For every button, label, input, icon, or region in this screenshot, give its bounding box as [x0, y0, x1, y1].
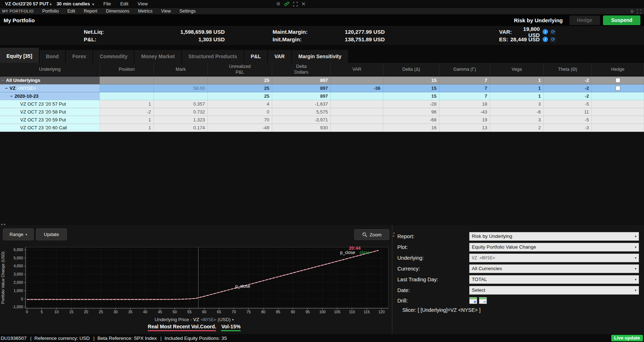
- column-header-vega[interactable]: Vega: [490, 63, 544, 76]
- maint-margin-label: Maint.Margin:: [273, 29, 308, 35]
- column-header-delta[interactable]: Delta (Δ): [383, 63, 439, 76]
- tab-margin-sensitivity[interactable]: Margin Sensitivity: [292, 50, 348, 63]
- column-header-underlying[interactable]: Underlying: [0, 63, 100, 76]
- menubar-item-report[interactable]: Report: [84, 9, 97, 14]
- status-divider: |: [93, 336, 95, 341]
- row-exchange-text: <NYSE>: [18, 86, 36, 91]
- menubar-item-dimensions[interactable]: Dimensions: [106, 9, 129, 14]
- status-included-equity-positions: Included Equity Positions: 35: [165, 336, 227, 341]
- field-select-underlying[interactable]: VZ <NYSE>▾: [469, 254, 639, 262]
- field-select-report[interactable]: Risk by Underlying▾: [469, 232, 639, 241]
- column-header-position[interactable]: Position: [100, 63, 154, 76]
- field-label: Report:: [397, 234, 469, 239]
- column-header-hedge[interactable]: Hedge: [592, 63, 644, 76]
- hedge-checkbox[interactable]: [616, 78, 620, 83]
- field-value: Select: [472, 287, 635, 293]
- tab-forex[interactable]: Forex: [66, 50, 92, 63]
- magnifier-icon: [362, 232, 367, 237]
- gear-icon[interactable]: ⚙: [630, 9, 634, 14]
- candle-interval-selector[interactable]: 30 min candles ▾: [56, 1, 94, 6]
- row-label-text: VZ OCT 23 '20 58 Put: [20, 109, 66, 115]
- menubar-items: PortfolioEditReportDimensionsMetricsView…: [34, 9, 196, 14]
- menu-edit[interactable]: Edit: [120, 1, 128, 6]
- netliq-label: Net.Liq:: [84, 29, 104, 35]
- drill-up-icon[interactable]: −: [479, 297, 487, 304]
- panel-field-last-trading-day: Last Trading Day:TOTAL▾: [397, 275, 639, 284]
- field-select-plot[interactable]: Equity Portfolio Value Change▾: [469, 243, 639, 251]
- chart-window-title[interactable]: VZ Oct23'20 57 PUT▾: [5, 1, 51, 6]
- drill-down-icon[interactable]: +: [469, 297, 477, 304]
- menubar-item-edit[interactable]: Edit: [67, 9, 75, 14]
- cell-gamma: -43: [439, 108, 490, 116]
- hedge-button[interactable]: Hedge: [569, 15, 600, 25]
- status-reference-currency: Reference currency: USD: [35, 336, 90, 341]
- drill-row: Drill: + −: [397, 297, 489, 304]
- refresh-icon[interactable]: ⟳: [550, 29, 556, 35]
- menubar-item-settings[interactable]: Settings: [179, 9, 196, 14]
- panel-field-report: Report:Risk by Underlying▾: [397, 232, 639, 241]
- tab-commodity[interactable]: Commodity: [93, 50, 134, 63]
- zoom-button[interactable]: Zoom: [354, 229, 389, 240]
- menubar-item-metrics[interactable]: Metrics: [138, 9, 152, 14]
- table-row-vz-oct-23-20-58-put[interactable]: VZ OCT 23 '20 58 Put-20.73205,57596-43-6…: [0, 108, 644, 116]
- account-id: DU1936507: [1, 336, 27, 341]
- x-axis-series-selector[interactable]: Underlying Price - VZ <NYSE> (USD) ▾: [0, 317, 388, 322]
- tab-money-market[interactable]: Money Market: [134, 50, 181, 63]
- column-header-var[interactable]: VAR: [331, 63, 383, 76]
- fullscreen-icon[interactable]: [293, 2, 298, 6]
- x-tick-label: 20: [84, 310, 88, 314]
- collapse-expander-icon[interactable]: −: [10, 93, 13, 99]
- collapse-expander-icon[interactable]: −: [5, 86, 8, 91]
- fullscreen-icon[interactable]: [637, 9, 641, 14]
- live-update-badge[interactable]: Live update: [611, 335, 643, 341]
- menubar-item-portfolio[interactable]: Portfolio: [42, 9, 59, 14]
- table-row-vz-oct-23-20-59-put[interactable]: VZ OCT 23 '20 59 Put11.32370-3,971-68193…: [0, 116, 644, 124]
- table-row-2020-10-23[interactable]: −2020-10-23258971571-2: [0, 92, 644, 100]
- x-tick-label: 105: [334, 310, 341, 314]
- hedge-checkbox[interactable]: [616, 86, 620, 91]
- info-icon[interactable]: i: [543, 37, 548, 42]
- close-icon[interactable]: ✕: [301, 0, 306, 8]
- column-header-theta[interactable]: Theta (Θ): [544, 63, 592, 76]
- menu-file[interactable]: File: [104, 1, 111, 6]
- column-header-unrealized-p-l[interactable]: Unrealized P&L: [208, 63, 272, 76]
- row-label-cell: −VZ<NYSE>: [0, 84, 100, 92]
- column-header-gamma[interactable]: Gamma (Γ): [439, 63, 490, 76]
- bottom-section: ◂ ▸ Range▾ Update Zoom 05101520253035404…: [0, 225, 644, 334]
- tab-var[interactable]: VAR: [268, 50, 291, 63]
- table-row-vz[interactable]: −VZ<NYSE>58.0025897-361571-2: [0, 84, 644, 92]
- suspend-button[interactable]: Suspend: [603, 15, 640, 25]
- gear-icon[interactable]: ⚙: [276, 0, 280, 8]
- x-tick-label: 120: [378, 310, 385, 314]
- panel-field-plot: Plot:Equity Portfolio Value Change▾: [397, 242, 639, 251]
- cell-hedge: [592, 100, 644, 108]
- table-row-vz-oct-23-20-57-put[interactable]: VZ OCT 23 '20 57 Put10.3574-1,637-28183-…: [0, 100, 644, 108]
- column-header-delta-dollars[interactable]: Delta Dollars: [272, 63, 331, 76]
- tab-structured-products[interactable]: Structured Products: [182, 50, 243, 63]
- range-button[interactable]: Range▾: [3, 228, 34, 240]
- field-select-date[interactable]: Select▾: [469, 286, 639, 295]
- table-row-vz-oct-23-20-60-call[interactable]: VZ OCT 23 '20 60 Call10.174-4993016132-3: [0, 124, 644, 132]
- cell-mark: 0.357: [154, 100, 208, 108]
- cell-unrealized-p-l: 4: [208, 100, 272, 108]
- field-select-last-trading-day[interactable]: TOTAL▾: [469, 275, 639, 284]
- row-label-text: VZ OCT 23 '20 59 Put: [20, 117, 66, 123]
- tab-equity-35[interactable]: Equity [35]: [0, 48, 39, 63]
- update-button[interactable]: Update: [36, 228, 67, 240]
- info-icon[interactable]: i: [543, 29, 548, 34]
- tab-p-l[interactable]: P&L: [244, 50, 267, 63]
- tab-bond[interactable]: Bond: [40, 50, 65, 63]
- splitter-collapse-handle[interactable]: ◂ ▸: [1, 222, 6, 226]
- refresh-icon[interactable]: ⟳: [550, 37, 556, 42]
- y-tick-label: -1,000: [12, 305, 23, 309]
- cell-delta-dollars: 930: [272, 124, 331, 132]
- link-icon[interactable]: [284, 1, 289, 6]
- column-header-mark[interactable]: Mark: [154, 63, 208, 76]
- menu-view[interactable]: View: [138, 1, 148, 6]
- collapse-expander-icon[interactable]: −: [1, 78, 4, 83]
- field-select-currency[interactable]: All Currencies▾: [469, 264, 639, 273]
- table-row-all-underlyings[interactable]: −All Underlyings258971571-2: [0, 77, 644, 84]
- cell-theta: 11: [544, 108, 592, 116]
- pnl-chart[interactable]: 0510152025303540455055606570758085909510…: [0, 241, 392, 316]
- menubar-item-view[interactable]: View: [161, 9, 171, 14]
